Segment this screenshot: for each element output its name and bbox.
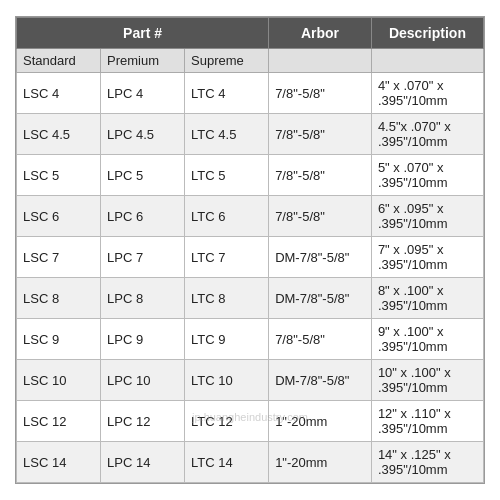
subheader-supreme: Supreme — [185, 49, 269, 73]
cell-arbor: 7/8"-5/8" — [269, 114, 372, 155]
cell-standard: LSC 14 — [17, 442, 101, 483]
cell-premium: LPC 9 — [101, 319, 185, 360]
cell-premium: LPC 10 — [101, 360, 185, 401]
product-table: Part # Arbor Description Standard Premiu… — [16, 17, 484, 483]
cell-arbor: DM-7/8"-5/8" — [269, 360, 372, 401]
cell-description: 10" x .100" x .395"/10mm — [371, 360, 483, 401]
description-header: Description — [371, 18, 483, 49]
table-row: LSC 5LPC 5LTC 57/8"-5/8"5" x .070" x .39… — [17, 155, 484, 196]
cell-description: 12" x .110" x .395"/10mm — [371, 401, 483, 442]
table-row: LSC 12LPC 12LTC 121"-20mm12" x .110" x .… — [17, 401, 484, 442]
cell-supreme: LTC 12 — [185, 401, 269, 442]
cell-description: 4.5"x .070" x .395"/10mm — [371, 114, 483, 155]
cell-arbor: DM-7/8"-5/8" — [269, 237, 372, 278]
cell-premium: LPC 12 — [101, 401, 185, 442]
cell-premium: LPC 7 — [101, 237, 185, 278]
cell-arbor: 1"-20mm — [269, 401, 372, 442]
cell-arbor: DM-7/8"-5/8" — [269, 278, 372, 319]
cell-supreme: LTC 8 — [185, 278, 269, 319]
cell-description: 14" x .125" x .395"/10mm — [371, 442, 483, 483]
cell-description: 7" x .095" x .395"/10mm — [371, 237, 483, 278]
cell-standard: LSC 10 — [17, 360, 101, 401]
cell-description: 9" x .100" x .395"/10mm — [371, 319, 483, 360]
cell-supreme: LTC 4.5 — [185, 114, 269, 155]
table-row: LSC 4LPC 4LTC 47/8"-5/8"4" x .070" x .39… — [17, 73, 484, 114]
cell-description: 5" x .070" x .395"/10mm — [371, 155, 483, 196]
table-row: LSC 14LPC 14LTC 141"-20mm14" x .125" x .… — [17, 442, 484, 483]
cell-supreme: LTC 14 — [185, 442, 269, 483]
cell-description: 6" x .095" x .395"/10mm — [371, 196, 483, 237]
cell-premium: LPC 8 — [101, 278, 185, 319]
cell-arbor: 7/8"-5/8" — [269, 196, 372, 237]
cell-arbor: 1"-20mm — [269, 442, 372, 483]
cell-arbor: 7/8"-5/8" — [269, 319, 372, 360]
table-row: LSC 10LPC 10LTC 10DM-7/8"-5/8"10" x .100… — [17, 360, 484, 401]
cell-description: 8" x .100" x .395"/10mm — [371, 278, 483, 319]
cell-arbor: 7/8"-5/8" — [269, 155, 372, 196]
cell-premium: LPC 4 — [101, 73, 185, 114]
cell-premium: LPC 6 — [101, 196, 185, 237]
subheader-arbor-empty — [269, 49, 372, 73]
cell-standard: LSC 12 — [17, 401, 101, 442]
cell-supreme: LTC 9 — [185, 319, 269, 360]
cell-supreme: LTC 6 — [185, 196, 269, 237]
table-row: LSC 9LPC 9LTC 97/8"-5/8"9" x .100" x .39… — [17, 319, 484, 360]
cell-premium: LPC 5 — [101, 155, 185, 196]
cell-supreme: LTC 5 — [185, 155, 269, 196]
cell-description: 4" x .070" x .395"/10mm — [371, 73, 483, 114]
cell-standard: LSC 9 — [17, 319, 101, 360]
cell-supreme: LTC 4 — [185, 73, 269, 114]
cell-arbor: 7/8"-5/8" — [269, 73, 372, 114]
cell-standard: LSC 4 — [17, 73, 101, 114]
cell-standard: LSC 8 — [17, 278, 101, 319]
cell-supreme: LTC 7 — [185, 237, 269, 278]
table-row: LSC 4.5LPC 4.5LTC 4.57/8"-5/8"4.5"x .070… — [17, 114, 484, 155]
table-row: LSC 6LPC 6LTC 67/8"-5/8"6" x .095" x .39… — [17, 196, 484, 237]
cell-standard: LSC 4.5 — [17, 114, 101, 155]
arbor-header: Arbor — [269, 18, 372, 49]
cell-standard: LSC 7 — [17, 237, 101, 278]
table-row: LSC 7LPC 7LTC 7DM-7/8"-5/8"7" x .095" x … — [17, 237, 484, 278]
part-header: Part # — [17, 18, 269, 49]
table-row: LSC 8LPC 8LTC 8DM-7/8"-5/8"8" x .100" x … — [17, 278, 484, 319]
subheader-standard: Standard — [17, 49, 101, 73]
cell-supreme: LTC 10 — [185, 360, 269, 401]
cell-premium: LPC 14 — [101, 442, 185, 483]
cell-standard: LSC 6 — [17, 196, 101, 237]
product-table-wrapper: jp.huangheindustry.com Part # Arbor Desc… — [15, 16, 485, 484]
cell-premium: LPC 4.5 — [101, 114, 185, 155]
subheader-desc-empty — [371, 49, 483, 73]
cell-standard: LSC 5 — [17, 155, 101, 196]
subheader-premium: Premium — [101, 49, 185, 73]
